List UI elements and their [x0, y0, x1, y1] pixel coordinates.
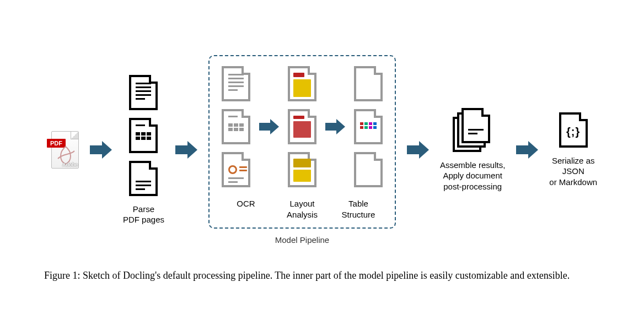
serialize-label: Serialize as JSON or Markdown — [549, 155, 597, 188]
arrow-icon — [515, 140, 539, 160]
parsed-page-icon — [129, 161, 158, 196]
doc-stack-icon — [453, 108, 492, 152]
arrow-icon — [324, 118, 346, 136]
layout-doc-icon — [288, 66, 316, 101]
arrow-icon — [89, 140, 113, 160]
stage-serialize: {;} Serialize as JSON or Markdown — [549, 112, 597, 188]
arrow-icon — [174, 140, 198, 160]
layout-doc-icon — [288, 109, 316, 144]
stage-model-pipeline: OCR Layout Analysis Table Structure Mode… — [208, 55, 396, 245]
pdf-file-icon: PDF Adobe — [47, 131, 79, 169]
arrow-icon — [258, 118, 280, 136]
table-doc-icon — [354, 109, 383, 144]
figure-caption: Figure 1: Sketch of Docling's default pr… — [0, 256, 644, 282]
stage-assemble: Assemble results, Apply document post-pr… — [440, 108, 505, 192]
pipeline-col-ocr — [222, 66, 250, 187]
adobe-label: Adobe — [62, 162, 78, 167]
parse-label: Parse PDF pages — [123, 204, 164, 225]
parsed-page-icon — [129, 75, 158, 110]
ocr-doc-icon — [222, 109, 250, 144]
table-label: Table Structure — [334, 198, 383, 220]
json-glyph: {;} — [561, 126, 586, 138]
ocr-doc-icon — [222, 152, 250, 187]
table-doc-icon — [354, 66, 383, 101]
layout-doc-icon — [288, 152, 316, 187]
ocr-label: OCR — [222, 198, 270, 220]
json-file-icon: {;} — [559, 112, 588, 148]
arrow-icon — [406, 140, 430, 160]
layout-label: Layout Analysis — [278, 198, 326, 220]
assemble-label: Assemble results, Apply document post-pr… — [440, 160, 505, 192]
model-pipeline-box: OCR Layout Analysis Table Structure — [208, 55, 396, 229]
pipeline-diagram: PDF Adobe Parse PDF pages — [0, 0, 644, 256]
pipeline-caption: Model Pipeline — [275, 235, 329, 245]
pipeline-col-table — [354, 66, 383, 187]
stage-input: PDF Adobe — [47, 131, 79, 169]
pipeline-col-layout — [288, 66, 316, 187]
stage-parse: Parse PDF pages — [123, 75, 164, 225]
parsed-page-icon — [129, 118, 158, 153]
table-doc-icon — [354, 152, 383, 187]
ocr-doc-icon — [222, 66, 250, 101]
